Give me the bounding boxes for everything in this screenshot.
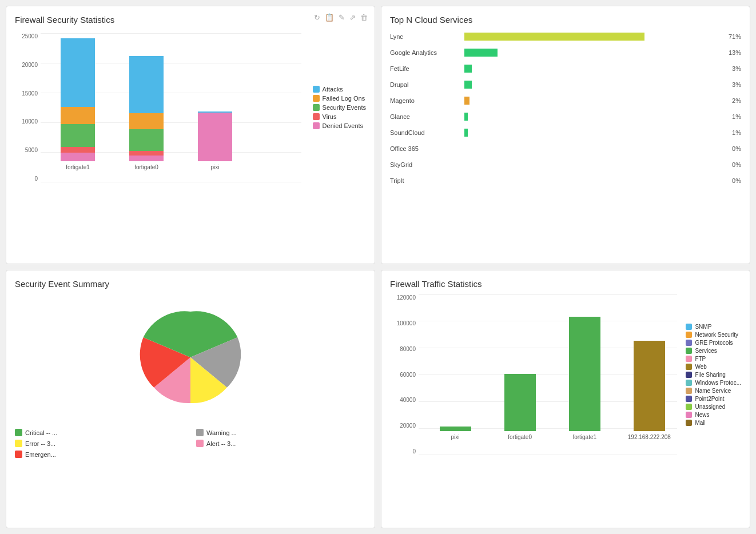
bar-segment-security: [129, 129, 164, 151]
cloud-bar-wrap: [464, 161, 718, 169]
bar-segment-attacks: [61, 38, 95, 107]
cloud-services-panel: Top N Cloud Services Lync 71% Google Ana…: [381, 6, 750, 264]
legend-emergency: Emergen...: [15, 451, 185, 458]
legend-services: Services: [686, 348, 741, 354]
y-axis: 0 5000 10000 15000 20000 25000: [15, 33, 41, 182]
traffic-bar-fortigate1: fortigate1: [556, 317, 612, 440]
bar-group-pixi: pixi: [189, 111, 241, 170]
traffic-y-axis: 0 20000 40000 60000 80000 100000 120000: [390, 294, 419, 455]
cloud-pct: 3%: [718, 81, 741, 88]
cloud-row-magento: Magento 2%: [390, 94, 741, 107]
traffic-bar-label: 192.168.222.208: [628, 434, 671, 440]
traffic-bar-pixi: pixi: [427, 427, 483, 440]
cloud-name: Lync: [390, 33, 464, 40]
bar-group-fortigate0: fortigate0: [121, 56, 172, 170]
cloud-name: TripIt: [390, 177, 464, 184]
legend-alert: Alert -- 3...: [196, 440, 366, 447]
security-summary-title: Security Event Summary: [15, 279, 366, 289]
legend-color: [313, 104, 320, 111]
bar-label: fortigate0: [134, 164, 158, 170]
bar-segment-virus: [61, 147, 95, 153]
bar-segment-failed: [61, 107, 95, 124]
traffic-bar-rect: [504, 374, 536, 431]
traffic-bar-label: fortigate1: [572, 434, 596, 440]
export-icon[interactable]: 📋: [325, 13, 334, 22]
legend-dot: [686, 356, 692, 362]
legend-network-security: Network Security: [686, 332, 741, 338]
legend-dot: [686, 388, 692, 394]
legend-attacks: Attacks: [313, 86, 366, 93]
cloud-bar-wrap: [464, 129, 718, 137]
legend-dot: [686, 340, 692, 346]
legend-dot: [15, 451, 22, 458]
legend-dot: [196, 440, 204, 447]
traffic-chart-inner: 0 20000 40000 60000 80000 100000 120000: [390, 294, 741, 455]
cloud-pct: 0%: [718, 145, 741, 152]
legend-gre: GRE Protocols: [686, 340, 741, 346]
legend-security-events: Security Events: [313, 104, 366, 111]
traffic-stats-panel: Firewall Traffic Statistics 0 20000 4000…: [381, 270, 750, 528]
cloud-pct: 0%: [718, 177, 741, 184]
legend-snmp: SNMP: [686, 324, 741, 330]
cloud-bar-wrap: [464, 97, 718, 105]
refresh-icon[interactable]: ↻: [314, 13, 320, 22]
grid-line: [41, 33, 301, 34]
legend-color: [313, 95, 320, 102]
traffic-bar-label: fortigate0: [508, 434, 532, 440]
traffic-bar-rect: [440, 427, 471, 431]
cloud-name: SkyGrid: [390, 161, 464, 168]
legend-file-sharing: File Sharing: [686, 372, 741, 378]
cloud-name: Glance: [390, 113, 464, 120]
cloud-name: Google Analytics: [390, 49, 464, 56]
legend-error: Error -- 3...: [15, 440, 185, 447]
bar-segment-failed: [129, 113, 164, 129]
grid-line: [41, 182, 301, 182]
legend-windows: Windows Protoc...: [686, 380, 741, 386]
cloud-bar-wrap: [464, 177, 718, 185]
legend-point2point: Point2Point: [686, 396, 741, 402]
cloud-services-title: Top N Cloud Services: [390, 15, 741, 25]
legend-dot: [686, 380, 692, 386]
cloud-bar: [464, 33, 644, 41]
traffic-bar-fortigate0: fortigate0: [492, 374, 548, 440]
cloud-row-tripit: TripIt 0%: [390, 174, 741, 187]
legend-virus: Virus: [313, 113, 366, 120]
cloud-name: Office 365: [390, 145, 464, 152]
legend-web: Web: [686, 364, 741, 370]
edit-icon[interactable]: ✎: [339, 13, 345, 22]
firewall-chart: 0 5000 10000 15000 20000 25000: [15, 33, 366, 182]
legend-color: [313, 113, 320, 120]
bar-stack: [129, 56, 164, 161]
cloud-name: Magento: [390, 97, 464, 104]
cloud-row-google: Google Analytics 13%: [390, 46, 741, 59]
expand-icon[interactable]: ⇗: [349, 13, 356, 22]
legend-dot: [686, 396, 692, 402]
cloud-name: FetLife: [390, 65, 464, 72]
legend-warning: Warning ...: [196, 429, 366, 436]
pie-legend: Critical -- ... Warning ... Error -- 3..…: [15, 429, 366, 458]
legend-dot: [196, 429, 204, 436]
cloud-pct: 0%: [718, 161, 741, 168]
legend-ftp: FTP: [686, 356, 741, 362]
traffic-chart-container: 0 20000 40000 60000 80000 100000 120000: [390, 294, 677, 455]
bar-segment-security: [61, 124, 95, 147]
panel-toolbar: ↻ 📋 ✎ ⇗ 🗑: [314, 13, 368, 22]
legend-dot: [686, 324, 692, 330]
traffic-bar-rect: [569, 317, 600, 431]
legend-dot: [686, 404, 692, 410]
bar-segment-virus: [129, 151, 164, 156]
cloud-row-drupal: Drupal 3%: [390, 78, 741, 91]
traffic-bar-ip: 192.168.222.208: [621, 341, 677, 440]
cloud-bar-wrap: [464, 81, 718, 89]
pie-chart: [128, 294, 253, 420]
traffic-bar-label: pixi: [451, 434, 460, 440]
cloud-row-soundcloud: SoundCloud 1%: [390, 126, 741, 139]
legend-dot: [686, 372, 692, 378]
legend-critical: Critical -- ...: [15, 429, 185, 436]
legend-dot: [15, 429, 22, 436]
security-summary-panel: Security Event Summary: [6, 270, 375, 528]
bar-label: fortigate1: [66, 164, 90, 170]
cloud-bar: [464, 49, 498, 57]
delete-icon[interactable]: 🗑: [360, 13, 368, 22]
bar-group-fortigate1: fortigate1: [52, 38, 104, 170]
